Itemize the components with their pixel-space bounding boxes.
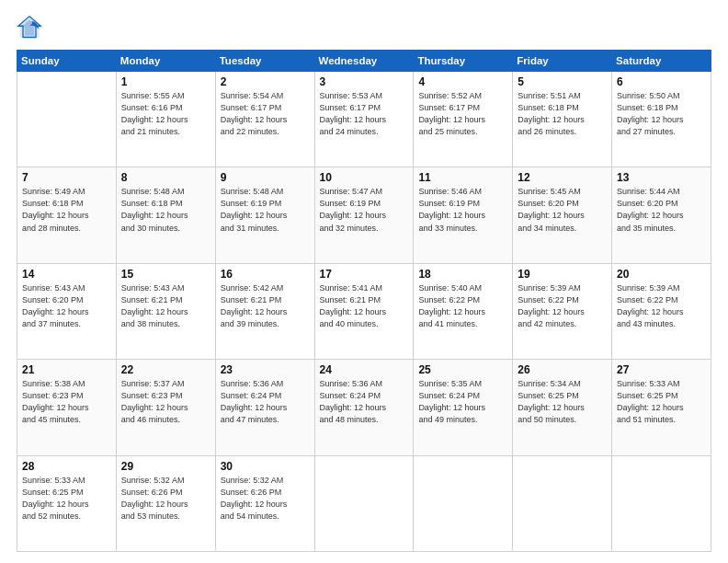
day-number: 7 [22,171,111,184]
calendar-cell: 7Sunrise: 5:49 AM Sunset: 6:18 PM Daylig… [17,167,117,263]
day-number: 5 [518,75,607,88]
calendar-cell: 18Sunrise: 5:40 AM Sunset: 6:22 PM Dayli… [414,263,513,359]
day-info: Sunrise: 5:48 AM Sunset: 6:19 PM Dayligh… [221,186,310,234]
day-info: Sunrise: 5:36 AM Sunset: 6:24 PM Dayligh… [221,378,310,426]
calendar-header-thursday: Thursday [414,51,513,72]
calendar-cell: 26Sunrise: 5:34 AM Sunset: 6:25 PM Dayli… [513,360,612,455]
day-number: 27 [617,363,706,376]
calendar-cell: 15Sunrise: 5:43 AM Sunset: 6:21 PM Dayli… [116,263,215,359]
calendar-week-4: 28Sunrise: 5:33 AM Sunset: 6:25 PM Dayli… [17,455,711,551]
calendar-cell: 25Sunrise: 5:35 AM Sunset: 6:24 PM Dayli… [414,360,513,455]
day-info: Sunrise: 5:46 AM Sunset: 6:19 PM Dayligh… [418,186,507,234]
calendar-cell: 8Sunrise: 5:48 AM Sunset: 6:18 PM Daylig… [116,167,215,263]
day-info: Sunrise: 5:36 AM Sunset: 6:24 PM Dayligh… [320,378,409,426]
calendar-cell: 17Sunrise: 5:41 AM Sunset: 6:21 PM Dayli… [314,263,414,359]
day-number: 19 [518,268,607,281]
day-info: Sunrise: 5:37 AM Sunset: 6:23 PM Dayligh… [121,378,210,426]
calendar-week-1: 7Sunrise: 5:49 AM Sunset: 6:18 PM Daylig… [17,167,711,263]
day-number: 14 [22,268,111,281]
calendar-cell: 1Sunrise: 5:55 AM Sunset: 6:16 PM Daylig… [116,72,215,167]
day-number: 15 [121,268,210,281]
calendar-header-monday: Monday [116,51,215,72]
day-info: Sunrise: 5:47 AM Sunset: 6:19 PM Dayligh… [320,186,409,234]
calendar-header-sunday: Sunday [17,51,117,72]
calendar-week-3: 21Sunrise: 5:38 AM Sunset: 6:23 PM Dayli… [17,360,711,455]
calendar-header-tuesday: Tuesday [215,51,314,72]
calendar-cell: 10Sunrise: 5:47 AM Sunset: 6:19 PM Dayli… [314,167,414,263]
day-number: 17 [320,268,409,281]
calendar-cell [612,455,711,551]
day-info: Sunrise: 5:40 AM Sunset: 6:22 PM Dayligh… [418,282,507,330]
day-info: Sunrise: 5:48 AM Sunset: 6:18 PM Dayligh… [121,186,210,234]
day-info: Sunrise: 5:51 AM Sunset: 6:18 PM Dayligh… [518,90,607,138]
day-info: Sunrise: 5:49 AM Sunset: 6:18 PM Dayligh… [22,186,111,234]
day-number: 29 [121,460,210,473]
day-info: Sunrise: 5:32 AM Sunset: 6:26 PM Dayligh… [221,475,310,523]
calendar-header-wednesday: Wednesday [314,51,414,72]
day-number: 1 [121,75,210,88]
day-number: 16 [221,268,310,281]
calendar-cell: 9Sunrise: 5:48 AM Sunset: 6:19 PM Daylig… [215,167,314,263]
calendar-cell: 5Sunrise: 5:51 AM Sunset: 6:18 PM Daylig… [513,72,612,167]
day-number: 24 [320,363,409,376]
day-info: Sunrise: 5:54 AM Sunset: 6:17 PM Dayligh… [221,90,310,138]
calendar-header-row: SundayMondayTuesdayWednesdayThursdayFrid… [17,51,711,72]
calendar-cell: 4Sunrise: 5:52 AM Sunset: 6:17 PM Daylig… [414,72,513,167]
day-number: 8 [121,171,210,184]
day-number: 13 [617,171,706,184]
day-info: Sunrise: 5:50 AM Sunset: 6:18 PM Dayligh… [617,90,706,138]
day-number: 12 [518,171,607,184]
day-number: 25 [418,363,507,376]
calendar-cell: 23Sunrise: 5:36 AM Sunset: 6:24 PM Dayli… [215,360,314,455]
calendar-cell: 24Sunrise: 5:36 AM Sunset: 6:24 PM Dayli… [314,360,414,455]
day-info: Sunrise: 5:38 AM Sunset: 6:23 PM Dayligh… [22,378,111,426]
calendar-cell: 13Sunrise: 5:44 AM Sunset: 6:20 PM Dayli… [612,167,711,263]
calendar-cell: 2Sunrise: 5:54 AM Sunset: 6:17 PM Daylig… [215,72,314,167]
day-number: 28 [22,460,111,473]
calendar-cell: 14Sunrise: 5:43 AM Sunset: 6:20 PM Dayli… [17,263,117,359]
day-number: 20 [617,268,706,281]
calendar-cell: 20Sunrise: 5:39 AM Sunset: 6:22 PM Dayli… [612,263,711,359]
day-number: 30 [221,460,310,473]
day-number: 3 [320,75,409,88]
calendar-cell [17,72,117,167]
day-info: Sunrise: 5:43 AM Sunset: 6:20 PM Dayligh… [22,282,111,330]
day-number: 4 [418,75,507,88]
day-info: Sunrise: 5:43 AM Sunset: 6:21 PM Dayligh… [121,282,210,330]
logo [17,15,46,40]
calendar-cell: 6Sunrise: 5:50 AM Sunset: 6:18 PM Daylig… [612,72,711,167]
calendar-cell: 16Sunrise: 5:42 AM Sunset: 6:21 PM Dayli… [215,263,314,359]
day-info: Sunrise: 5:52 AM Sunset: 6:17 PM Dayligh… [418,90,507,138]
calendar-cell: 3Sunrise: 5:53 AM Sunset: 6:17 PM Daylig… [314,72,414,167]
day-info: Sunrise: 5:35 AM Sunset: 6:24 PM Dayligh… [418,378,507,426]
calendar-cell [513,455,612,551]
calendar-table: SundayMondayTuesdayWednesdayThursdayFrid… [17,50,711,552]
day-info: Sunrise: 5:53 AM Sunset: 6:17 PM Dayligh… [320,90,409,138]
day-number: 10 [320,171,409,184]
day-info: Sunrise: 5:34 AM Sunset: 6:25 PM Dayligh… [518,378,607,426]
calendar-cell: 28Sunrise: 5:33 AM Sunset: 6:25 PM Dayli… [17,455,117,551]
day-info: Sunrise: 5:33 AM Sunset: 6:25 PM Dayligh… [22,475,111,523]
day-number: 23 [221,363,310,376]
day-info: Sunrise: 5:45 AM Sunset: 6:20 PM Dayligh… [518,186,607,234]
calendar-cell: 22Sunrise: 5:37 AM Sunset: 6:23 PM Dayli… [116,360,215,455]
day-number: 18 [418,268,507,281]
day-info: Sunrise: 5:39 AM Sunset: 6:22 PM Dayligh… [617,282,706,330]
day-info: Sunrise: 5:42 AM Sunset: 6:21 PM Dayligh… [221,282,310,330]
day-number: 11 [418,171,507,184]
day-info: Sunrise: 5:41 AM Sunset: 6:21 PM Dayligh… [320,282,409,330]
day-info: Sunrise: 5:33 AM Sunset: 6:25 PM Dayligh… [617,378,706,426]
day-number: 22 [121,363,210,376]
calendar-cell: 19Sunrise: 5:39 AM Sunset: 6:22 PM Dayli… [513,263,612,359]
calendar-header-saturday: Saturday [612,51,711,72]
calendar-cell [414,455,513,551]
calendar-cell: 29Sunrise: 5:32 AM Sunset: 6:26 PM Dayli… [116,455,215,551]
day-info: Sunrise: 5:32 AM Sunset: 6:26 PM Dayligh… [121,475,210,523]
calendar-cell: 30Sunrise: 5:32 AM Sunset: 6:26 PM Dayli… [215,455,314,551]
calendar-cell: 21Sunrise: 5:38 AM Sunset: 6:23 PM Dayli… [17,360,117,455]
calendar-header-friday: Friday [513,51,612,72]
calendar-week-2: 14Sunrise: 5:43 AM Sunset: 6:20 PM Dayli… [17,263,711,359]
day-info: Sunrise: 5:55 AM Sunset: 6:16 PM Dayligh… [121,90,210,138]
day-number: 26 [518,363,607,376]
calendar-week-0: 1Sunrise: 5:55 AM Sunset: 6:16 PM Daylig… [17,72,711,167]
